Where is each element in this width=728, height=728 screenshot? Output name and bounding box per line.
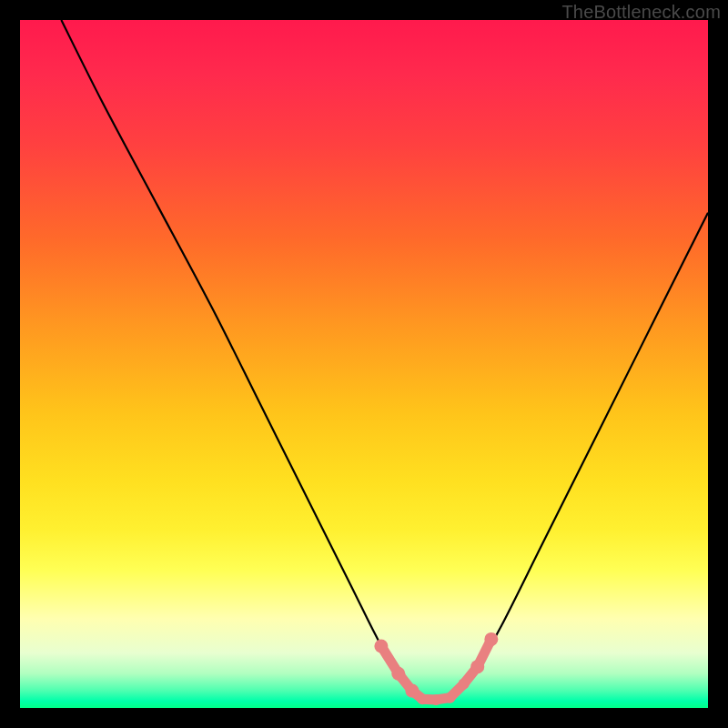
bottleneck-curve-path bbox=[61, 20, 708, 701]
marker-dot bbox=[445, 693, 456, 703]
marker-dot bbox=[391, 667, 405, 681]
chart-frame: TheBottleneck.com bbox=[0, 0, 728, 728]
curve-markers bbox=[374, 632, 498, 705]
marker-dot bbox=[459, 679, 470, 690]
marker-dot bbox=[417, 693, 428, 704]
marker-dot bbox=[484, 632, 498, 646]
marker-dot bbox=[430, 694, 441, 705]
marker-dot bbox=[374, 639, 388, 652]
marker-dot bbox=[470, 660, 484, 673]
source-attribution: TheBottleneck.com bbox=[561, 2, 721, 23]
plot-area bbox=[20, 20, 708, 708]
bottleneck-curve-svg bbox=[20, 20, 708, 708]
marker-dot bbox=[405, 684, 419, 698]
